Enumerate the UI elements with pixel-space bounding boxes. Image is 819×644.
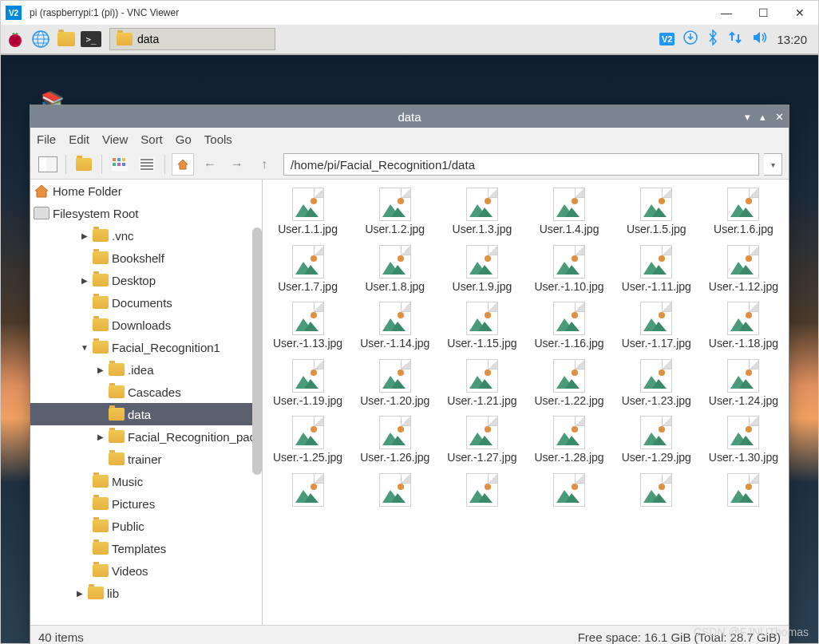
tree-item-music[interactable]: Music: [30, 470, 262, 492]
file-item[interactable]: User.-1.10.jpg: [525, 242, 612, 298]
fm-minimize-icon[interactable]: ▾: [745, 111, 750, 123]
list-view-button[interactable]: [136, 153, 158, 176]
toggle-pane-button[interactable]: [37, 153, 59, 176]
file-item[interactable]: User.1.7.jpg: [264, 242, 351, 298]
file-item[interactable]: User.-1.15.jpg: [438, 298, 525, 354]
tree-item-public[interactable]: Public: [30, 515, 262, 537]
tree-item-downloads[interactable]: Downloads: [30, 314, 262, 336]
file-item[interactable]: User.-1.17.jpg: [613, 298, 700, 354]
tree-item-data[interactable]: data: [30, 403, 262, 425]
forward-button[interactable]: →: [226, 153, 248, 176]
file-item-partial[interactable]: [525, 470, 612, 510]
taskbar-app-data[interactable]: data: [109, 28, 275, 50]
file-item[interactable]: User.-1.28.jpg: [525, 413, 612, 468]
address-dropdown-button[interactable]: ▾: [764, 153, 782, 176]
expander-icon[interactable]: ▶: [96, 433, 105, 441]
file-item[interactable]: User.1.8.jpg: [351, 242, 438, 298]
file-item[interactable]: User.-1.18.jpg: [700, 298, 787, 354]
tree-item-facial-recognition-pac[interactable]: ▶Facial_Recognition_pac: [30, 425, 262, 448]
file-item[interactable]: User.1.3.jpg: [438, 184, 525, 240]
file-item[interactable]: User.1.2.jpg: [351, 184, 438, 240]
file-item-partial[interactable]: [700, 470, 787, 510]
menu-edit[interactable]: Edit: [69, 132, 89, 146]
network-tray-icon[interactable]: [727, 30, 743, 49]
fm-close-icon[interactable]: ✕: [775, 111, 784, 123]
file-item[interactable]: User.-1.13.jpg: [264, 298, 351, 354]
menu-sort[interactable]: Sort: [140, 132, 163, 146]
tree-item-cascades[interactable]: Cascades: [30, 381, 262, 403]
file-item[interactable]: User.1.5.jpg: [613, 184, 700, 240]
file-item[interactable]: User.-1.29.jpg: [613, 413, 700, 468]
close-button[interactable]: ✕: [781, 1, 818, 25]
tree-item-lib[interactable]: ▶lib: [30, 582, 262, 604]
tree-item-documents[interactable]: Documents: [30, 291, 262, 314]
tree-item--idea[interactable]: ▶.idea: [30, 358, 262, 381]
minimize-button[interactable]: —: [708, 1, 745, 25]
maximize-button[interactable]: ☐: [745, 1, 781, 25]
icon-view-button[interactable]: [109, 153, 131, 176]
menu-go[interactable]: Go: [176, 132, 192, 146]
tree-item-pictures[interactable]: Pictures: [30, 492, 262, 515]
expander-icon[interactable]: ▼: [80, 343, 89, 352]
file-item-partial[interactable]: [264, 470, 351, 510]
bluetooth-tray-icon[interactable]: [706, 30, 719, 49]
file-item[interactable]: User.-1.27.jpg: [438, 413, 525, 468]
file-item[interactable]: User.-1.12.jpg: [700, 242, 787, 298]
file-item[interactable]: User.-1.14.jpg: [351, 298, 438, 354]
sidebar-scrollbar[interactable]: [252, 227, 262, 475]
vnc-tray-icon[interactable]: V2: [659, 33, 675, 45]
tree-item-videos[interactable]: Videos: [30, 559, 262, 582]
home-button[interactable]: [172, 153, 194, 176]
tree-item-facial-recognition1[interactable]: ▼Facial_Recognition1: [30, 336, 262, 358]
menu-file[interactable]: File: [37, 132, 56, 146]
file-manager-icon[interactable]: [55, 28, 77, 50]
fm-maximize-icon[interactable]: ▴: [760, 111, 766, 123]
up-button[interactable]: ↑: [253, 153, 275, 176]
file-item[interactable]: User.-1.26.jpg: [351, 413, 438, 468]
vnc-app-icon: V2: [6, 6, 22, 20]
file-view[interactable]: User.1.1.jpgUser.1.2.jpgUser.1.3.jpgUser…: [263, 180, 789, 625]
volume-tray-icon[interactable]: [751, 30, 769, 49]
file-item[interactable]: User.1.1.jpg: [264, 184, 351, 240]
file-item[interactable]: User.-1.25.jpg: [264, 413, 351, 468]
tree-item-desktop[interactable]: ▶Desktop: [30, 269, 262, 291]
file-item-partial[interactable]: [351, 470, 438, 510]
file-item[interactable]: User.1.9.jpg: [438, 242, 525, 298]
file-item[interactable]: User.-1.23.jpg: [613, 356, 700, 412]
file-item[interactable]: User.1.6.jpg: [700, 184, 787, 240]
image-file-icon: [466, 188, 498, 221]
filesystem-root-item[interactable]: Filesystem Root: [30, 202, 262, 224]
file-item[interactable]: User.1.4.jpg: [525, 184, 612, 240]
file-item[interactable]: User.-1.30.jpg: [700, 413, 787, 468]
raspberry-menu-icon[interactable]: [4, 28, 26, 50]
tree-item-bookshelf[interactable]: Bookshelf: [30, 247, 262, 269]
file-item-partial[interactable]: [438, 470, 525, 510]
file-item-partial[interactable]: [613, 470, 700, 510]
image-file-icon: [292, 359, 324, 393]
expander-icon[interactable]: ▶: [80, 276, 89, 285]
address-bar[interactable]: /home/pi/Facial_Recognition1/data: [283, 153, 759, 176]
file-item[interactable]: User.-1.11.jpg: [613, 242, 700, 298]
file-item[interactable]: User.-1.24.jpg: [700, 356, 787, 412]
web-browser-icon[interactable]: [30, 28, 52, 50]
expander-icon[interactable]: ▶: [96, 365, 105, 374]
home-folder-item[interactable]: Home Folder: [30, 180, 262, 202]
menu-view[interactable]: View: [102, 132, 128, 146]
file-item[interactable]: User.-1.21.jpg: [438, 356, 525, 412]
expander-icon[interactable]: ▶: [80, 231, 89, 240]
terminal-icon[interactable]: >_: [81, 31, 101, 47]
fm-titlebar[interactable]: data ▾ ▴ ✕: [30, 105, 789, 128]
file-item[interactable]: User.-1.16.jpg: [525, 298, 612, 354]
new-folder-button[interactable]: [73, 153, 95, 176]
download-tray-icon[interactable]: [682, 30, 698, 49]
tree-item-trainer[interactable]: trainer: [30, 448, 262, 470]
menu-tools[interactable]: Tools: [204, 132, 232, 146]
tree-item--vnc[interactable]: ▶.vnc: [30, 224, 262, 247]
expander-icon[interactable]: ▶: [75, 589, 85, 598]
file-item[interactable]: User.-1.22.jpg: [525, 356, 612, 412]
tree-item-templates[interactable]: Templates: [30, 537, 262, 559]
file-item[interactable]: User.-1.20.jpg: [351, 356, 438, 412]
file-item[interactable]: User.-1.19.jpg: [264, 356, 351, 412]
clock[interactable]: 13:20: [777, 33, 807, 46]
back-button[interactable]: ←: [199, 153, 221, 176]
